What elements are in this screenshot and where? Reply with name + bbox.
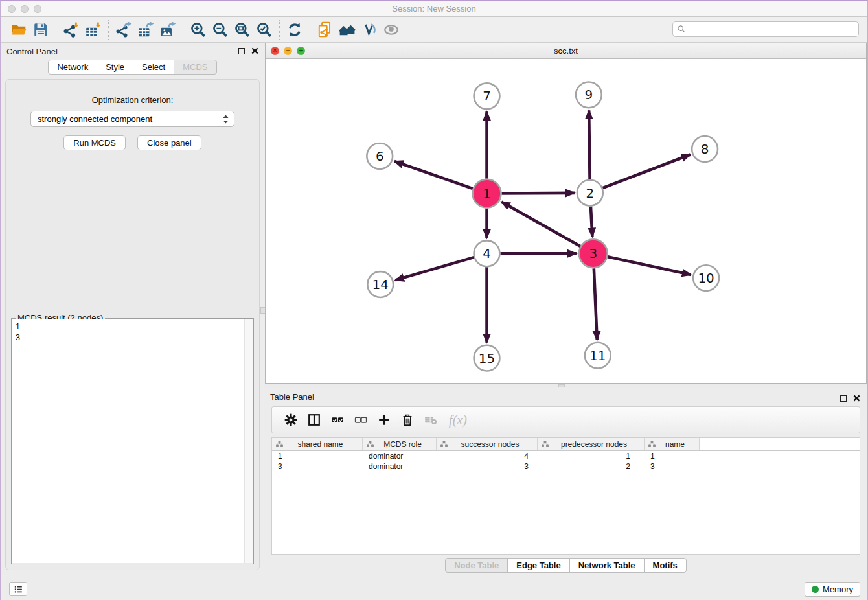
network-canvas[interactable]: 7968124314101511: [266, 59, 866, 383]
delete-entry-button[interactable]: [398, 410, 417, 430]
export-table-button[interactable]: [135, 20, 157, 40]
open-session-button[interactable]: [8, 20, 30, 40]
control-panel: Control Panel NetworkStyleSelectMCDS Opt…: [1, 43, 264, 577]
export-network-button[interactable]: [113, 20, 135, 40]
import-network-icon: [63, 21, 80, 38]
toolbar-separator: [56, 20, 56, 40]
edge-3-10[interactable]: [608, 257, 691, 275]
close-panel-button[interactable]: Close panel: [137, 135, 201, 150]
cell-shared-name[interactable]: 1: [272, 451, 363, 461]
tab-select[interactable]: Select: [133, 60, 174, 75]
cell-name[interactable]: 3: [645, 461, 700, 472]
tab-edge-table[interactable]: Edge Table: [507, 558, 569, 573]
hierarchy-icon: [541, 440, 549, 448]
mcds-result-scrollbar[interactable]: [244, 319, 253, 563]
save-session-button[interactable]: [30, 20, 52, 40]
zoom-fit-button[interactable]: [231, 20, 253, 40]
edge-3-1[interactable]: [501, 202, 580, 246]
add-entry-button[interactable]: [374, 410, 394, 430]
import-table-button[interactable]: [82, 20, 104, 40]
table-row[interactable]: 1dominator411: [272, 451, 860, 461]
node-label-6: 6: [376, 149, 384, 164]
split-panel-icon: [307, 413, 321, 427]
edge-2-8[interactable]: [602, 155, 690, 189]
cell-MCDS-role[interactable]: dominator: [363, 461, 437, 472]
search-icon: [676, 24, 687, 34]
column-header-successor-nodes[interactable]: successor nodes: [437, 438, 538, 450]
cell-predecessor-nodes[interactable]: 2: [538, 461, 645, 472]
cell-successor-nodes[interactable]: 4: [437, 451, 538, 461]
tab-mcds[interactable]: MCDS: [174, 60, 216, 75]
show-graphics-icon: [383, 21, 400, 38]
search-box[interactable]: [672, 21, 859, 37]
column-header-name[interactable]: name: [645, 438, 700, 450]
column-header-predecessor-nodes[interactable]: predecessor nodes: [538, 438, 645, 450]
horizontal-splitter[interactable]: [265, 384, 867, 388]
first-neighbors-icon: [339, 21, 356, 38]
cell-name[interactable]: 1: [645, 451, 700, 461]
table-row[interactable]: 3dominator323: [272, 461, 860, 472]
node-label-2: 2: [586, 186, 595, 201]
edge-2-3[interactable]: [591, 207, 592, 237]
edge-1-6[interactable]: [394, 161, 473, 189]
tab-node-table[interactable]: Node Table: [445, 558, 508, 573]
table-settings-button[interactable]: [281, 410, 301, 430]
tab-network[interactable]: Network: [48, 60, 97, 75]
first-neighbors-button[interactable]: [336, 20, 358, 40]
control-panel-header: Control Panel: [1, 43, 264, 60]
node-table[interactable]: shared nameMCDS rolesuccessor nodesprede…: [271, 437, 860, 555]
cell-MCDS-role[interactable]: dominator: [363, 451, 437, 461]
node-label-11: 11: [589, 349, 606, 363]
import-table-icon: [85, 21, 102, 38]
delete-table-button: [421, 410, 440, 430]
export-image-button[interactable]: [157, 20, 179, 40]
window-titlebar: Session: New Session: [1, 1, 867, 17]
split-panel-button[interactable]: [304, 410, 324, 430]
column-header-shared-name[interactable]: shared name: [272, 438, 363, 450]
edge-3-11[interactable]: [594, 268, 597, 340]
cell-successor-nodes[interactable]: 3: [437, 461, 538, 472]
edge-1-2[interactable]: [501, 193, 575, 194]
function-builder-label: f(x): [449, 413, 467, 428]
search-input[interactable]: [687, 23, 858, 36]
float-table-panel-icon[interactable]: [840, 395, 847, 402]
deselect-all-button[interactable]: [351, 410, 371, 430]
control-panel-tabs: NetworkStyleSelectMCDS: [1, 60, 264, 75]
run-mcds-button[interactable]: Run MCDS: [63, 135, 126, 150]
horizontal-splitter-grip[interactable]: [558, 384, 565, 387]
save-session-icon: [32, 21, 49, 38]
table-settings-icon: [284, 413, 298, 427]
zoom-selected-button[interactable]: [253, 20, 275, 40]
tab-style[interactable]: Style: [97, 60, 133, 75]
zoom-selected-icon: [256, 21, 273, 38]
select-all-button[interactable]: [328, 410, 347, 430]
table-panel: Table Panel f(x) shared nameMCDS rolesuc…: [265, 388, 867, 577]
tab-network-table[interactable]: Network Table: [569, 558, 645, 573]
float-panel-icon[interactable]: [238, 48, 245, 54]
import-network-button[interactable]: [60, 20, 82, 40]
close-panel-icon[interactable]: [251, 45, 258, 57]
apply-layout-button[interactable]: [284, 20, 306, 40]
function-builder-button: f(x): [444, 410, 472, 430]
tab-motifs[interactable]: Motifs: [644, 558, 687, 573]
edge-2-9[interactable]: [589, 110, 589, 179]
clone-network-button[interactable]: [314, 20, 336, 40]
mcds-result-text[interactable]: 1 3: [12, 319, 244, 563]
edge-4-14[interactable]: [395, 257, 474, 280]
mcds-result-group: MCDS result (2 nodes) 1 3: [11, 318, 254, 564]
show-panels-button[interactable]: [9, 582, 27, 596]
table-tabs: Node TableEdge TableNetwork TableMotifs: [265, 558, 867, 573]
hide-panel-icon: [361, 21, 378, 38]
cell-shared-name[interactable]: 3: [272, 461, 363, 472]
zoom-in-button[interactable]: [187, 20, 209, 40]
network-graph[interactable]: 7968124314101511: [266, 59, 866, 383]
zoom-out-icon: [212, 21, 229, 38]
column-header-MCDS-role[interactable]: MCDS role: [363, 438, 437, 450]
optimization-select[interactable]: strongly connected component: [30, 111, 234, 127]
zoom-out-button[interactable]: [209, 20, 231, 40]
node-label-8: 8: [701, 142, 709, 157]
memory-button[interactable]: Memory: [805, 582, 860, 597]
cell-predecessor-nodes[interactable]: 1: [538, 451, 645, 461]
close-table-panel-icon[interactable]: [853, 393, 860, 404]
hide-panel-button[interactable]: [358, 20, 380, 40]
